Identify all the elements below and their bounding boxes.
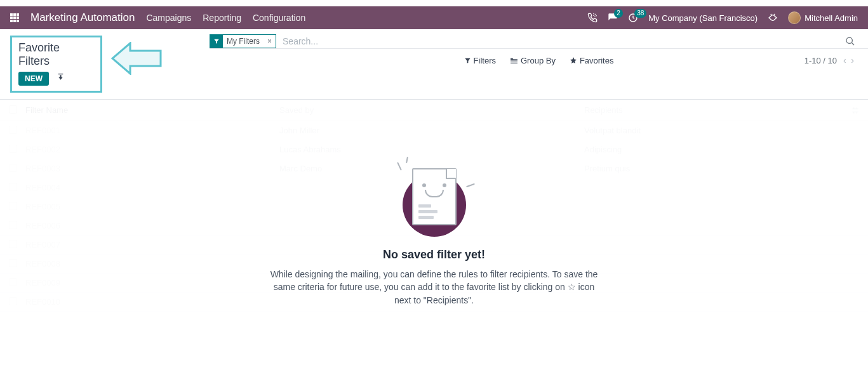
arrow-annotation (111, 42, 162, 75)
nav-reporting[interactable]: Reporting (203, 13, 241, 23)
app-brand[interactable]: Marketing Automation (30, 11, 135, 24)
empty-title: No saved filter yet! (383, 248, 485, 262)
pager-text[interactable]: 1-10 / 10 (805, 56, 837, 65)
main-navbar: Marketing Automation Campaigns Reporting… (0, 6, 868, 29)
search-icon[interactable] (845, 36, 855, 46)
nav-configuration[interactable]: Configuration (253, 13, 305, 23)
page-title: Favorite Filters (18, 41, 94, 68)
user-menu[interactable]: Mitchell Admin (788, 11, 858, 24)
control-panel: Favorite Filters NEW My Filters × (0, 29, 868, 100)
facet-remove[interactable]: × (264, 37, 276, 46)
funnel-icon (210, 35, 223, 48)
company-switcher[interactable]: My Company (San Francisco) (648, 13, 758, 23)
activities-icon[interactable]: 38 (628, 13, 638, 23)
discuss-badge: 2 (614, 9, 623, 18)
empty-state-overlay: No saved filter yet! While designing the… (0, 100, 868, 384)
list-area: Filter Name Saved by Recipients REF0001J… (0, 100, 868, 384)
activities-badge: 38 (634, 9, 646, 18)
pager-prev[interactable]: ‹ (842, 55, 848, 65)
empty-text: While designing the mailing, you can def… (269, 268, 599, 307)
star-icon: ☆ (568, 281, 576, 293)
nav-campaigns[interactable]: Campaigns (146, 13, 191, 23)
svg-point-1 (846, 37, 852, 43)
facet-label: My Filters (223, 37, 264, 46)
pager-next[interactable]: › (850, 55, 855, 65)
favorites-dropdown[interactable]: Favorites (570, 56, 613, 65)
debug-icon[interactable] (768, 13, 778, 23)
avatar (788, 11, 801, 24)
voip-icon[interactable] (587, 13, 598, 23)
search-input[interactable] (280, 35, 841, 48)
search-facet: My Filters × (210, 34, 276, 48)
import-icon[interactable] (57, 73, 65, 83)
new-button[interactable]: NEW (18, 72, 49, 86)
apps-icon[interactable] (10, 13, 19, 22)
filters-dropdown[interactable]: Filters (464, 56, 496, 65)
discuss-icon[interactable]: 2 (608, 13, 618, 23)
groupby-dropdown[interactable]: Group By (510, 56, 556, 65)
empty-illustration (403, 163, 466, 239)
user-name: Mitchell Admin (805, 13, 858, 23)
highlight-annotation: Favorite Filters NEW (10, 36, 102, 93)
